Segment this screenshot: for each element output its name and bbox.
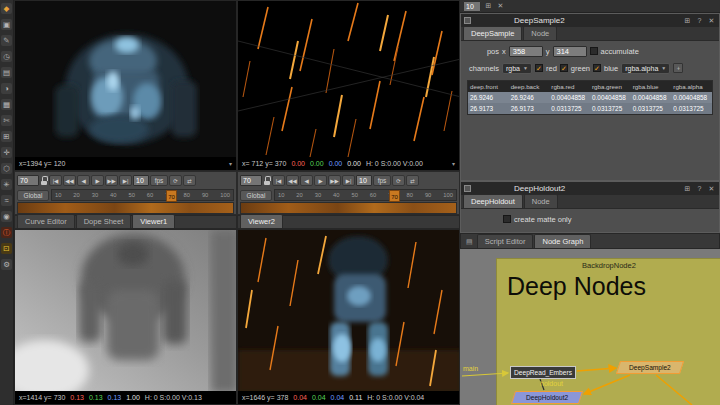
step-back-button[interactable]: ◀ xyxy=(77,175,90,186)
fps-dropdown[interactable]: fps xyxy=(373,175,391,186)
node-deepholdout2[interactable]: DeepHoldout2 xyxy=(511,391,583,404)
3d-icon[interactable]: ⬡ xyxy=(1,163,12,174)
timeline-ruler[interactable]: 10 20 30 40 50 60 70 80 90 100 70 xyxy=(51,189,234,201)
deep-sample-table[interactable]: deep.front deep.back rgba.red rgba.green… xyxy=(467,80,713,115)
lock-icon[interactable] xyxy=(263,176,271,185)
fps-dropdown[interactable]: fps xyxy=(150,175,168,186)
frame-range-dropdown[interactable]: Global xyxy=(240,190,272,201)
viewer-pane-top-mid[interactable]: x= 712 y= 370 0.00 0.00 0.00 0.00 H: 0 S… xyxy=(237,0,460,171)
help-icon[interactable]: ? xyxy=(695,185,704,192)
chevron-down-icon[interactable]: ▾ xyxy=(229,160,232,167)
tab-viewer1[interactable]: Viewer1 xyxy=(132,214,175,228)
pos-x-field[interactable]: 358 xyxy=(509,46,543,57)
frame-step-field[interactable]: 10 xyxy=(356,175,372,186)
max-panels-field[interactable]: 10 xyxy=(463,1,481,12)
draw-icon[interactable]: ✎ xyxy=(1,35,12,46)
channel-icon[interactable]: ▤ xyxy=(1,67,12,78)
other-icon[interactable]: ⚙ xyxy=(1,259,12,270)
viewer-image-embers[interactable] xyxy=(238,1,460,159)
float-window-icon[interactable]: ⊞ xyxy=(683,17,692,25)
node-color-chip[interactable] xyxy=(464,17,471,24)
filter-icon[interactable]: ▦ xyxy=(1,99,12,110)
close-icon[interactable]: ✕ xyxy=(707,17,716,25)
tab-deepholdout[interactable]: DeepHoldout xyxy=(463,194,523,208)
tab-node[interactable]: Node xyxy=(524,194,558,208)
cached-range-strip[interactable] xyxy=(17,202,234,214)
timeline-ruler[interactable]: 10 20 30 40 50 60 70 80 90 100 70 xyxy=(274,189,457,201)
viewer-pane-bottom-mid[interactable]: x=1646 y= 378 0.04 0.04 0.04 0.11 H: 0 S… xyxy=(237,229,460,405)
channels-dropdown[interactable]: rgba▼ xyxy=(502,63,532,74)
node-graph-canvas[interactable]: BackdropNode2 Deep Nodes xyxy=(460,249,720,405)
viewer-image-robot-torso[interactable] xyxy=(15,1,237,159)
keyer-icon[interactable]: ✄ xyxy=(1,115,12,126)
image-icon[interactable]: ▣ xyxy=(1,19,12,30)
viewer-pane-bottom-left[interactable]: x=1414 y= 730 0.13 0.13 0.13 1.00 H: 0 S… xyxy=(14,229,237,405)
viewer-image-depth[interactable] xyxy=(15,230,237,393)
deep-icon[interactable]: ≈ xyxy=(1,195,12,206)
tab-viewer2[interactable]: Viewer2 xyxy=(240,214,283,228)
particles-icon[interactable]: ✳ xyxy=(1,179,12,190)
help-icon[interactable]: ? xyxy=(695,17,704,24)
goto-end-button[interactable]: ▶| xyxy=(342,175,355,186)
toolsets-icon[interactable]: ⊡ xyxy=(1,243,12,254)
viewer-image-composite[interactable] xyxy=(238,230,460,393)
goto-end-button[interactable]: ▶| xyxy=(119,175,132,186)
tab-script-editor[interactable]: Script Editor xyxy=(477,234,534,248)
node-color-chip[interactable] xyxy=(464,185,471,192)
current-frame-field[interactable]: 70 xyxy=(17,175,39,186)
goto-start-button[interactable]: |◀ xyxy=(49,175,62,186)
accumulate-checkbox[interactable] xyxy=(590,47,598,55)
tab-node-graph[interactable]: Node Graph xyxy=(534,234,591,248)
chevron-down-icon[interactable]: ▾ xyxy=(452,160,455,167)
close-all-icon[interactable]: ✕ xyxy=(496,2,505,10)
pane-menu-icon[interactable]: ▤ xyxy=(463,238,476,248)
goto-start-button[interactable]: |◀ xyxy=(272,175,285,186)
tab-deepsample[interactable]: DeepSample xyxy=(463,26,522,40)
alpha-channel-dropdown[interactable]: rgba.alpha▼ xyxy=(621,63,670,74)
viewer-pane-top-left[interactable]: x=1394 y= 120 ▾ xyxy=(14,0,237,171)
frame-range-dropdown[interactable]: Global xyxy=(17,190,49,201)
play-button[interactable]: ▶ xyxy=(91,175,104,186)
time-icon[interactable]: ◷ xyxy=(1,51,12,62)
node-deepsample2[interactable]: DeepSample2 xyxy=(616,361,684,374)
transform-icon[interactable]: ✛ xyxy=(1,147,12,158)
nuke-main-window: ◆ ▣ ✎ ◷ ▤ ◑ ▦ ✄ ⊞ ✛ ⬡ ✳ ≈ ◉ ⓘ ⊡ ⚙ xyxy=(0,0,720,405)
create-matte-checkbox[interactable] xyxy=(503,215,511,223)
nuke-logo-icon[interactable]: ◆ xyxy=(1,3,12,14)
loop-mode-button[interactable]: ⟳ xyxy=(169,175,182,186)
views-icon[interactable]: ◉ xyxy=(1,211,12,222)
color-icon[interactable]: ◑ xyxy=(1,83,12,94)
close-icon[interactable]: ✕ xyxy=(707,185,716,193)
table-row[interactable]: 26.9173 26.9173 0.0313725 0.0313725 0.03… xyxy=(468,103,712,114)
step-back-button[interactable]: ◀ xyxy=(300,175,313,186)
red-checkbox[interactable] xyxy=(535,64,543,72)
tab-node[interactable]: Node xyxy=(523,26,557,40)
cached-range-strip[interactable] xyxy=(240,202,457,214)
float-window-icon[interactable]: ⊞ xyxy=(683,185,692,193)
current-frame-field[interactable]: 70 xyxy=(240,175,262,186)
pos-y-field[interactable]: 314 xyxy=(553,46,587,57)
play-forward-fast-button[interactable]: ▶▶ xyxy=(328,175,341,186)
pin-all-icon[interactable]: ⊞ xyxy=(484,2,493,10)
tab-curve-editor[interactable]: Curve Editor xyxy=(17,214,75,228)
bounce-mode-button[interactable]: ⇄ xyxy=(183,175,196,186)
playhead-marker[interactable]: 70 xyxy=(166,190,177,202)
backdrop-node[interactable]: BackdropNode2 Deep Nodes xyxy=(496,258,720,405)
node-deepread-embers[interactable]: DeepRead_Embers xyxy=(510,366,576,379)
playhead-marker[interactable]: 70 xyxy=(389,190,400,202)
merge-icon[interactable]: ⊞ xyxy=(1,131,12,142)
bounce-mode-button[interactable]: ⇄ xyxy=(406,175,419,186)
play-backward-fast-button[interactable]: ◀◀ xyxy=(286,175,299,186)
play-forward-fast-button[interactable]: ▶▶ xyxy=(105,175,118,186)
play-button[interactable]: ▶ xyxy=(314,175,327,186)
play-backward-fast-button[interactable]: ◀◀ xyxy=(63,175,76,186)
channel-add-button[interactable]: ＋ xyxy=(673,63,683,73)
table-row[interactable]: 26.9246 26.9246 0.00404858 0.00404858 0.… xyxy=(468,92,712,103)
frame-step-field[interactable]: 10 xyxy=(133,175,149,186)
metadata-icon[interactable]: ⓘ xyxy=(1,227,12,238)
loop-mode-button[interactable]: ⟳ xyxy=(392,175,405,186)
tab-dope-sheet[interactable]: Dope Sheet xyxy=(76,214,132,228)
blue-checkbox[interactable] xyxy=(593,64,601,72)
lock-icon[interactable] xyxy=(40,176,48,185)
green-checkbox[interactable] xyxy=(560,64,568,72)
